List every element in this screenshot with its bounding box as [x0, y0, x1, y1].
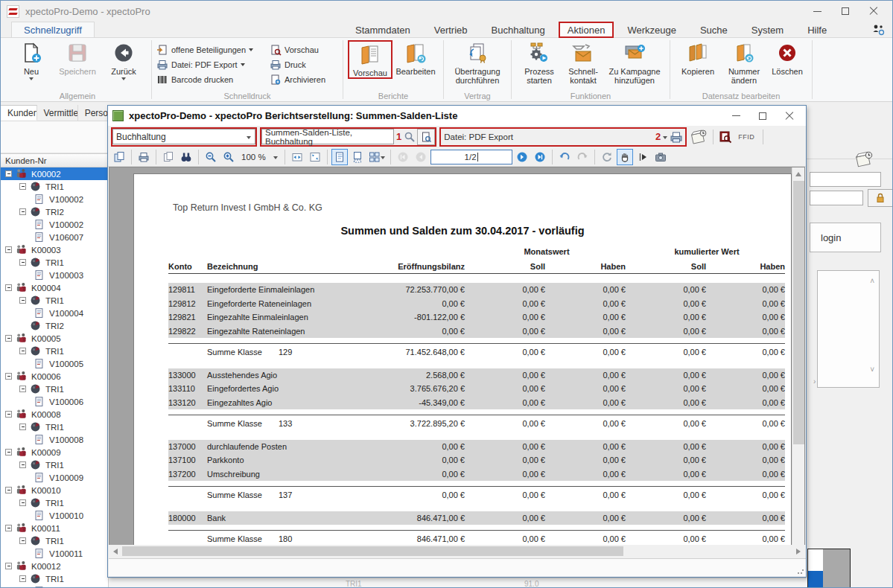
- tree-item-tri1[interactable]: TRI1: [1, 421, 108, 433]
- tree-item-v100011[interactable]: V100011: [1, 547, 108, 560]
- dialog-minimize-button[interactable]: [722, 106, 749, 126]
- page-indicator-input[interactable]: 1/2: [430, 150, 512, 164]
- offene-beteiligungen-button[interactable]: offene Beteiligungen: [156, 43, 270, 57]
- zoom-level-select[interactable]: 100 %: [238, 153, 281, 162]
- background-password-field[interactable]: [810, 191, 863, 205]
- vertical-scrollbar[interactable]: [792, 167, 804, 555]
- barcode-drucken-button[interactable]: Barcode drucken: [156, 73, 270, 86]
- zoom-dropdown-arrow[interactable]: [273, 156, 278, 159]
- tree-item-tri1[interactable]: TRI1: [1, 496, 108, 509]
- print-button[interactable]: [136, 149, 152, 165]
- search-icon[interactable]: [404, 131, 416, 143]
- vorschau-small-button[interactable]: Vorschau: [270, 43, 338, 57]
- berichte-bearbeiten-button[interactable]: Bearbeiten: [393, 40, 439, 76]
- snapshot-camera-button[interactable]: [652, 149, 669, 165]
- tree-item-tri1[interactable]: TRI1: [1, 256, 108, 269]
- note-reminder-icon[interactable]: [690, 128, 708, 146]
- tree-item-tri1[interactable]: TRI1: [1, 572, 108, 585]
- loeschen-button[interactable]: Löschen: [767, 40, 807, 76]
- first-page-button[interactable]: [395, 149, 411, 165]
- beteiligungen-dropdown-arrow[interactable]: [249, 48, 253, 51]
- report-name-field[interactable]: Summen-Salden-Liste, Buchhaltung: [261, 129, 394, 144]
- lock-button[interactable]: [868, 189, 893, 207]
- last-page-button[interactable]: [532, 149, 548, 165]
- speichern-button[interactable]: Speichern: [54, 40, 101, 76]
- continuous-view-button[interactable]: [349, 149, 366, 165]
- tree-item-tri1[interactable]: TRI1: [1, 383, 108, 395]
- collapse-toggle-icon[interactable]: [19, 575, 26, 582]
- tree-item-v100006[interactable]: V100006: [1, 395, 108, 408]
- sidebar-tab-vermittler[interactable]: Vermittler: [37, 105, 78, 121]
- zoom-out-button[interactable]: [203, 149, 219, 165]
- tree-item-k00009[interactable]: K00009: [1, 446, 108, 458]
- category-dropdown-arrow[interactable]: [247, 136, 251, 139]
- tree-item-v100008[interactable]: V100008: [1, 433, 108, 446]
- pdf-export-dropdown-arrow[interactable]: [241, 63, 245, 66]
- tree-item-k00006[interactable]: K00006: [1, 370, 108, 383]
- tree-item-tri1[interactable]: TRI1: [1, 534, 108, 547]
- collapse-toggle-icon[interactable]: [5, 411, 12, 418]
- tree-item-v100005[interactable]: V100005: [1, 357, 108, 370]
- report-preview-button[interactable]: [417, 129, 435, 145]
- tree-item-k00008[interactable]: K00008: [1, 408, 108, 421]
- copy-page-button[interactable]: [111, 149, 127, 165]
- tab-hilfe[interactable]: Hilfe: [797, 22, 837, 38]
- pointer-tool-button[interactable]: [635, 149, 651, 165]
- tab-stammdaten[interactable]: Stammdaten: [345, 22, 421, 38]
- category-dropdown[interactable]: Buchhaltung: [112, 129, 255, 144]
- prozess-starten-button[interactable]: Prozess starten: [516, 40, 562, 85]
- tree-item-k00005[interactable]: K00005: [1, 332, 108, 345]
- hand-tool-button[interactable]: [617, 149, 633, 165]
- tree-item-v100009[interactable]: V100009: [1, 471, 108, 484]
- collapse-toggle-icon[interactable]: [19, 297, 26, 304]
- zoom-in-button[interactable]: [220, 149, 237, 165]
- collapse-toggle-icon[interactable]: [5, 487, 12, 493]
- collapse-toggle-icon[interactable]: [5, 170, 12, 177]
- scrollbar-up-arrow[interactable]: [795, 172, 801, 176]
- dialog-close-button[interactable]: [776, 106, 803, 126]
- ffid-search-icon[interactable]: [719, 130, 732, 144]
- collapse-toggle-icon[interactable]: [19, 259, 26, 266]
- note-icon[interactable]: [854, 150, 874, 169]
- nummer-aendern-button[interactable]: Nummer ändern: [721, 40, 767, 85]
- tree-item-tri1[interactable]: TRI1: [1, 458, 108, 471]
- background-text-field[interactable]: [810, 172, 881, 187]
- tab-vertrieb[interactable]: Vertrieb: [424, 22, 478, 38]
- multipage-view-button[interactable]: [367, 149, 387, 165]
- tree-item-v100004[interactable]: V100004: [1, 307, 108, 319]
- collapse-toggle-icon[interactable]: [19, 499, 26, 506]
- tree-item-tri2[interactable]: TRI2: [1, 319, 108, 332]
- druck-button[interactable]: Druck: [270, 58, 338, 71]
- tree-item-k00002[interactable]: K00002: [1, 167, 108, 180]
- background-listbox[interactable]: ˄ ˅ ›: [817, 270, 880, 388]
- output-printer-icon[interactable]: [670, 130, 683, 144]
- expand-right-icon[interactable]: ›: [813, 377, 816, 386]
- resize-grip[interactable]: [797, 567, 804, 575]
- collapse-toggle-icon[interactable]: [19, 183, 26, 190]
- fit-page-button[interactable]: [307, 149, 323, 165]
- tree-item-v100012[interactable]: V100012: [1, 585, 108, 587]
- vertical-scroll-thumb[interactable]: [793, 181, 804, 444]
- collapse-toggle-icon[interactable]: [19, 537, 26, 544]
- output-dropdown-arrow[interactable]: [663, 136, 667, 139]
- dialog-titlebar[interactable]: xpectoPro-Demo - xpectoPro Berichtserste…: [108, 106, 806, 126]
- collapse-toggle-icon[interactable]: [5, 373, 12, 380]
- scroll-up-icon[interactable]: ˄: [870, 277, 874, 285]
- tab-aktionen[interactable]: Aktionen: [559, 22, 614, 38]
- redo-button[interactable]: [574, 149, 591, 165]
- neu-dropdown-arrow[interactable]: [29, 77, 34, 80]
- tree-item-tri1[interactable]: TRI1: [1, 294, 108, 307]
- tree-item-k00010[interactable]: K00010: [1, 484, 108, 496]
- refresh-button[interactable]: [599, 149, 615, 165]
- collapse-toggle-icon[interactable]: [5, 525, 12, 531]
- collapse-toggle-icon[interactable]: [5, 284, 12, 291]
- collapse-toggle-icon[interactable]: [5, 335, 12, 342]
- output-target-field[interactable]: Datei: PDF Export: [441, 129, 653, 144]
- horizontal-scrollbar[interactable]: [109, 545, 805, 557]
- scrollbar-left-arrow[interactable]: [113, 549, 118, 555]
- fit-width-button[interactable]: [289, 149, 305, 165]
- collapse-toggle-icon[interactable]: [19, 348, 26, 354]
- tree-item-v100002[interactable]: V100002: [1, 193, 108, 205]
- tree-item-k00011[interactable]: K00011: [1, 522, 108, 534]
- kopieren-button[interactable]: Kopieren: [675, 40, 721, 76]
